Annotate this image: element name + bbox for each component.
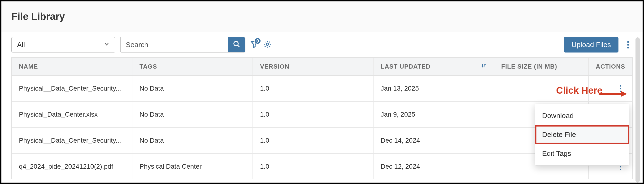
col-header-tags[interactable]: TAGS <box>132 58 253 75</box>
cell-name[interactable]: Physical_Data_Center.xlsx <box>12 102 132 127</box>
chevron-down-icon <box>104 41 110 49</box>
menu-item-edit-tags[interactable]: Edit Tags <box>535 144 629 163</box>
toolbar: All 0 Upload Files <box>2 32 642 57</box>
cell-tags: No Data <box>132 102 253 127</box>
cell-version: 1.0 <box>253 102 374 127</box>
cell-tags: Physical Data Center <box>132 154 253 179</box>
cell-version: 1.0 <box>253 128 374 153</box>
type-filter-dropdown[interactable]: All <box>11 37 115 52</box>
col-header-version[interactable]: VERSION <box>253 58 374 75</box>
table-row: Physical__Data_Center_Security... No Dat… <box>12 76 632 102</box>
cell-updated: Jan 9, 2025 <box>374 102 494 127</box>
filter-button[interactable]: 0 <box>250 40 259 50</box>
settings-button[interactable] <box>263 40 272 49</box>
col-header-updated-label: LAST UPDATED <box>381 63 430 70</box>
cell-tags: No Data <box>132 128 253 153</box>
svg-marker-4 <box>621 91 627 97</box>
cell-name[interactable]: Physical__Data_Center_Security... <box>12 128 132 153</box>
col-header-name[interactable]: NAME <box>12 58 132 75</box>
gear-icon <box>263 45 272 49</box>
type-filter-value: All <box>17 41 25 49</box>
cell-name[interactable]: q4_2024_pide_20241210(2).pdf <box>12 154 132 179</box>
cell-tags: No Data <box>132 76 253 101</box>
sort-desc-icon <box>481 63 486 70</box>
col-header-actions: ACTIONS <box>589 58 632 75</box>
search-wrapper <box>120 37 246 52</box>
cell-version: 1.0 <box>253 76 374 101</box>
table-header: NAME TAGS VERSION LAST UPDATED FILE SIZE… <box>12 57 632 76</box>
search-button[interactable] <box>228 37 245 52</box>
row-actions-menu: Download Delete File Edit Tags <box>535 104 629 166</box>
cell-version: 1.0 <box>253 154 374 179</box>
vertical-scrollbar[interactable] <box>636 37 640 182</box>
col-header-size[interactable]: FILE SIZE (IN MB) <box>494 58 589 75</box>
search-input[interactable] <box>120 37 228 52</box>
search-icon <box>233 40 240 49</box>
annotation-arrow-icon <box>598 90 627 98</box>
page-title: File Library <box>11 11 65 22</box>
svg-point-2 <box>266 43 268 46</box>
cell-updated: Dec 14, 2024 <box>374 128 494 153</box>
filter-count-badge: 0 <box>254 38 261 44</box>
svg-point-0 <box>234 42 238 46</box>
header-bar: File Library <box>2 2 642 32</box>
menu-item-delete-file[interactable]: Delete File <box>535 125 629 144</box>
cell-name[interactable]: Physical__Data_Center_Security... <box>12 76 132 101</box>
svg-line-1 <box>238 45 240 47</box>
cell-updated: Dec 12, 2024 <box>374 154 494 179</box>
col-header-updated[interactable]: LAST UPDATED <box>374 58 494 75</box>
toolbar-more-button[interactable] <box>623 38 633 52</box>
annotation-label: Click Here <box>556 85 602 96</box>
upload-files-button[interactable]: Upload Files <box>564 37 618 52</box>
cell-updated: Jan 13, 2025 <box>374 76 494 101</box>
menu-item-download[interactable]: Download <box>535 106 629 125</box>
